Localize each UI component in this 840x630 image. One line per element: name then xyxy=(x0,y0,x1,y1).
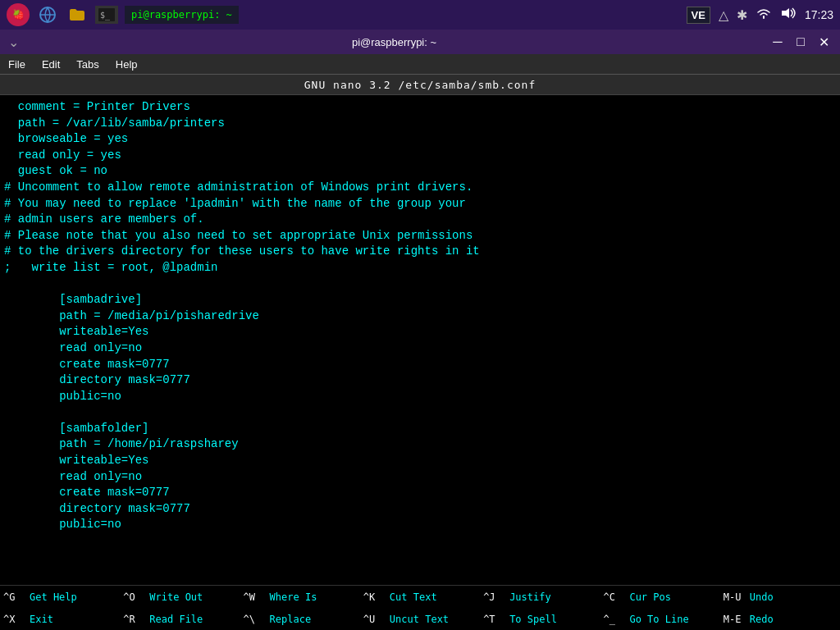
terminal-titlebar: ⌄ pi@raspberrypi: ~ ─ □ ✕ xyxy=(0,30,840,54)
shortcut-key: ^J xyxy=(483,591,506,603)
nano-editor[interactable]: comment = Printer Drivers path = /var/li… xyxy=(0,95,840,568)
nano-line xyxy=(0,550,840,566)
nano-line: ; write list = root, @lpadmin xyxy=(0,260,840,276)
nano-line xyxy=(0,276,840,293)
nano-line: path = /home/pi/raspsharey xyxy=(0,436,840,453)
prompt-text: pi@raspberrypi: ~ xyxy=(131,9,232,21)
shortcut-label: Go To Line xyxy=(629,614,688,625)
nano-line: guest ok = no xyxy=(0,163,840,180)
nano-line: public=no xyxy=(0,389,840,405)
shortcut-label: Where Is xyxy=(270,591,317,603)
minimize-button[interactable]: ─ xyxy=(769,34,786,50)
shortcut-item[interactable]: ^JJustify xyxy=(480,586,600,608)
volume-icon xyxy=(780,7,797,23)
shortcut-label: Exit xyxy=(30,614,53,625)
nano-line: path = /media/pi/pisharedrive xyxy=(0,308,840,325)
shortcut-item[interactable]: M-ERedo xyxy=(720,608,840,630)
svg-text:$_: $_ xyxy=(100,11,111,21)
nano-line: # admin users are members of. xyxy=(0,212,840,228)
nano-line: # Please note that you also need to set … xyxy=(0,228,840,244)
nano-line: browseable = yes xyxy=(0,131,840,148)
nano-statusbar xyxy=(0,568,840,585)
bluetooth-icon: ✱ xyxy=(737,7,747,23)
nano-line xyxy=(0,533,840,550)
shortcut-key: ^K xyxy=(363,591,386,603)
shortcut-key: ^U xyxy=(363,614,386,625)
terminal-window: ⌄ pi@raspberrypi: ~ ─ □ ✕ File Edit Tabs… xyxy=(0,30,840,630)
menu-tabs[interactable]: Tabs xyxy=(76,58,98,71)
menu-file[interactable]: File xyxy=(8,58,25,71)
shortcut-item[interactable]: ^GGet Help xyxy=(0,586,120,608)
shortcut-key: ^\ xyxy=(244,614,267,625)
nano-status-text xyxy=(4,570,11,583)
nano-header-text: GNU nano 3.2 /etc/samba/smb.conf xyxy=(304,79,536,91)
nano-line: writeable=Yes xyxy=(0,453,840,469)
nano-line: public=no xyxy=(0,517,840,533)
shortcut-item[interactable]: ^RRead File xyxy=(120,608,240,630)
shortcut-label: Cur Pos xyxy=(629,591,671,603)
nano-shortcuts-bar: ^GGet Help^OWrite Out^WWhere Is^KCut Tex… xyxy=(0,585,840,630)
shortcut-key: M-E xyxy=(724,614,746,625)
system-time: 17:23 xyxy=(805,8,833,21)
shortcut-key: ^W xyxy=(244,591,267,603)
shortcut-label: Justify xyxy=(509,591,551,603)
shortcut-item[interactable]: ^CCur Pos xyxy=(600,586,719,608)
shortcut-label: Redo xyxy=(750,614,774,625)
shortcut-label: Cut Text xyxy=(390,591,437,603)
folder-icon[interactable] xyxy=(66,3,89,26)
nano-line: path = /var/lib/samba/printers xyxy=(0,116,840,132)
shortcut-item[interactable]: ^\Replace xyxy=(240,608,360,630)
shortcut-item[interactable]: M-UUndo xyxy=(720,586,840,608)
browser-icon[interactable] xyxy=(36,3,59,26)
nano-header: GNU nano 3.2 /etc/samba/smb.conf xyxy=(0,75,840,95)
nano-line: read only=no xyxy=(0,469,840,486)
shortcut-key: ^_ xyxy=(603,614,626,625)
nano-line: directory mask=0777 xyxy=(0,372,840,389)
wifi-icon xyxy=(756,7,772,23)
titlebar-chevron: ⌄ xyxy=(8,34,19,50)
maximize-button[interactable]: □ xyxy=(792,34,809,50)
shortcut-item[interactable]: ^UUncut Text xyxy=(360,608,480,630)
shortcut-item[interactable]: ^OWrite Out xyxy=(120,586,240,608)
svg-marker-4 xyxy=(782,8,789,18)
ve-badge: VE xyxy=(687,7,710,24)
shortcut-label: Undo xyxy=(750,591,774,603)
shortcut-key: ^T xyxy=(483,614,506,625)
triangle-icon: △ xyxy=(719,7,728,23)
menu-edit[interactable]: Edit xyxy=(42,58,60,71)
shortcut-item[interactable]: ^_Go To Line xyxy=(600,608,719,630)
nano-line: # to the drivers directory for these use… xyxy=(0,244,840,260)
shortcut-item[interactable]: ^KCut Text xyxy=(360,586,480,608)
taskbar-left: 🍓 $_ pi@raspberrypi: ~ xyxy=(7,3,239,26)
titlebar-right-controls: ─ □ ✕ xyxy=(769,34,832,50)
shortcut-key: ^G xyxy=(3,591,26,603)
shortcut-item[interactable]: ^TTo Spell xyxy=(480,608,600,630)
terminal-title: pi@raspberrypi: ~ xyxy=(19,36,769,48)
close-button[interactable]: ✕ xyxy=(815,34,832,50)
nano-line: [sambadrive] xyxy=(0,292,840,308)
shortcut-label: Read File xyxy=(149,614,203,625)
shortcut-key: ^C xyxy=(603,591,626,603)
terminal-prompt-label[interactable]: pi@raspberrypi: ~ xyxy=(125,6,239,24)
shortcut-key: ^X xyxy=(3,614,26,625)
titlebar-left-controls: ⌄ xyxy=(8,34,19,50)
nano-lines-container: comment = Printer Drivers path = /var/li… xyxy=(0,99,840,568)
shortcut-key: M-U xyxy=(724,591,746,603)
nano-line: create mask=0777 xyxy=(0,485,840,501)
raspberry-icon[interactable]: 🍓 xyxy=(7,3,30,26)
shortcut-label: Write Out xyxy=(149,591,203,603)
terminal-icon-1[interactable]: $_ xyxy=(95,6,118,24)
nano-line: comment = Printer Drivers xyxy=(0,99,840,116)
shortcut-label: Get Help xyxy=(30,591,77,603)
nano-line: create mask=0777 xyxy=(0,357,840,373)
shortcut-label: Uncut Text xyxy=(390,614,449,625)
shortcut-item[interactable]: ^WWhere Is xyxy=(240,586,360,608)
menu-help[interactable]: Help xyxy=(116,58,138,71)
shortcut-item[interactable]: ^XExit xyxy=(0,608,120,630)
nano-line: directory mask=0777 xyxy=(0,501,840,518)
nano-line xyxy=(0,404,840,421)
shortcut-label: To Spell xyxy=(509,614,557,625)
nano-line: # You may need to replace 'lpadmin' with… xyxy=(0,196,840,212)
system-bar: 🍓 $_ pi@raspberrypi: ~ VE xyxy=(0,0,840,30)
nano-line: read only=no xyxy=(0,340,840,357)
